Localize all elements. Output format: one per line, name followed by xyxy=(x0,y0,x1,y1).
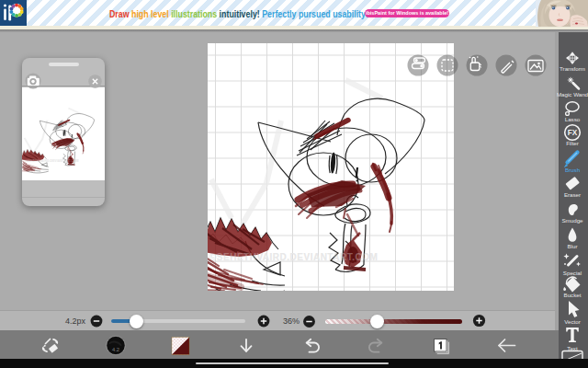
svg-text:4.2: 4.2 xyxy=(112,347,119,352)
svg-text:Filter: Filter xyxy=(566,140,579,146)
svg-text:Special: Special xyxy=(563,270,582,276)
svg-text:Lasso: Lasso xyxy=(565,116,581,122)
svg-text:Transform: Transform xyxy=(560,65,585,72)
svg-text:Magic Wand: Magic Wand xyxy=(557,91,588,98)
svg-text:Blur: Blur xyxy=(567,243,577,249)
svg-text:Bucket: Bucket xyxy=(564,292,582,298)
svg-text:Eraser: Eraser xyxy=(564,191,581,198)
svg-text:FX: FX xyxy=(568,129,578,137)
svg-text:Smudge: Smudge xyxy=(561,217,583,224)
svg-text:©SEHETHVAIRD.DEVIANTART.COM: ©SEHETHVAIRD.DEVIANTART.COM xyxy=(209,252,378,262)
svg-text:Vector: Vector xyxy=(564,318,581,325)
svg-text:Brush: Brush xyxy=(565,167,581,173)
